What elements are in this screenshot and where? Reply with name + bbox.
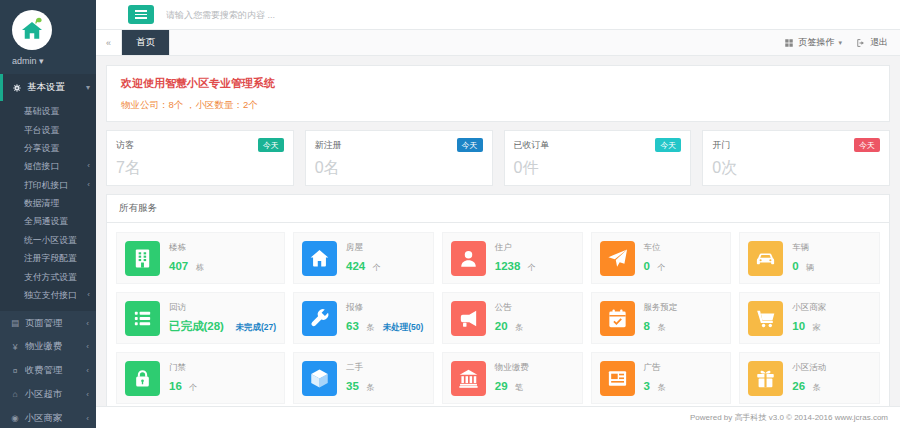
service-tile-unit: 个 bbox=[189, 383, 197, 392]
sidebar-item-label: 物业缴费 bbox=[25, 340, 62, 353]
service-tile[interactable]: 楼栋 407 栋 bbox=[116, 232, 285, 284]
chevron-left-icon: ‹ bbox=[86, 390, 89, 399]
stat-card-badge[interactable]: 今天 bbox=[854, 138, 880, 152]
stat-card-badge[interactable]: 今天 bbox=[258, 138, 284, 152]
service-tile-unit: 家 bbox=[813, 323, 821, 332]
service-tile[interactable]: 二手 35 条 bbox=[293, 352, 434, 404]
service-tile-label: 车位 bbox=[644, 242, 670, 254]
sidebar-section-basic-settings[interactable]: 基本设置 ▾ bbox=[0, 74, 96, 101]
service-tile[interactable]: 回访 已完成(28) 未完成(27) bbox=[116, 292, 285, 344]
sidebar-item-property-fee[interactable]: ¥ 物业缴费 ‹ bbox=[0, 335, 96, 359]
service-tile[interactable]: 门禁 16 个 bbox=[116, 352, 285, 404]
sidebar: admin ▾ 基本设置 ▾ 基础设置 平台设置 分享设置 短信接口 ‹ 打印机… bbox=[0, 0, 96, 428]
footer-text: Powered by 高手科技 v3.0 © 2014-2016 www.jcr… bbox=[690, 412, 888, 423]
chevron-left-icon: ‹ bbox=[87, 290, 90, 302]
chevron-left-icon: ‹ bbox=[87, 180, 90, 192]
service-tile[interactable]: 小区活动 26 条 bbox=[739, 352, 880, 404]
service-tile-label: 回访 bbox=[169, 302, 276, 314]
stat-card-value: 0次 bbox=[712, 158, 880, 179]
stat-card-badge[interactable]: 今天 bbox=[655, 138, 681, 152]
sidebar-submenu-item[interactable]: 支付方式设置 bbox=[0, 268, 96, 286]
service-tile-label: 报修 bbox=[346, 302, 423, 314]
service-tile-label: 小区活动 bbox=[792, 362, 826, 374]
service-tile-label: 二手 bbox=[346, 362, 378, 374]
service-tile-unit: 个 bbox=[373, 263, 381, 272]
search-input[interactable] bbox=[166, 10, 386, 20]
service-tile-unit: 条 bbox=[366, 383, 374, 392]
services-grid: 楼栋 407 栋 房屋 424 个 住户 1238 个 bbox=[107, 223, 889, 406]
service-tile[interactable]: 车辆 0 辆 bbox=[739, 232, 880, 284]
tab-action[interactable]: 退出 bbox=[856, 36, 892, 49]
wrench-icon bbox=[302, 301, 337, 336]
services-panel: 所有服务 楼栋 407 栋 房屋 424 个 住户 1238 bbox=[106, 194, 890, 406]
tab-action-label: 退出 bbox=[870, 36, 888, 49]
sidebar-item-fee-manage[interactable]: ¤ 收费管理 ‹ bbox=[0, 359, 96, 383]
service-tile[interactable]: 物业缴费 29 笔 bbox=[442, 352, 583, 404]
sidebar-submenu: 基础设置 平台设置 分享设置 短信接口 ‹ 打印机接口 ‹ 数据清理 全局通设置… bbox=[0, 101, 96, 311]
sidebar-submenu-item[interactable]: 独立支付接口 ‹ bbox=[0, 287, 96, 305]
stat-card: 新注册 今天 0名 bbox=[305, 130, 493, 186]
sidebar-submenu-item[interactable]: 基础设置 bbox=[0, 103, 96, 121]
sidebar-logo-block[interactable]: admin ▾ bbox=[0, 0, 96, 74]
tab-action[interactable]: 页签操作 ▾ bbox=[784, 36, 842, 49]
sidebar-submenu-item[interactable]: 全局通设置 bbox=[0, 213, 96, 231]
sidebar-submenu-item-label: 打印机接口 bbox=[24, 180, 68, 192]
market-icon: ⌂ bbox=[10, 389, 20, 399]
user-icon bbox=[451, 241, 486, 276]
service-tile-label: 楼栋 bbox=[169, 242, 208, 254]
service-tile-value: 0 bbox=[644, 260, 650, 272]
tabs-collapse-button[interactable]: « bbox=[96, 30, 122, 55]
service-tile-unit: 个 bbox=[657, 263, 665, 272]
stat-card-label: 已收订单 bbox=[514, 139, 550, 152]
avatar bbox=[12, 10, 52, 50]
service-tile-value: 已完成(28) bbox=[169, 320, 224, 332]
sidebar-submenu-item[interactable]: 短信接口 ‹ bbox=[0, 158, 96, 176]
sidebar-submenu-item[interactable]: 数据清理 bbox=[0, 195, 96, 213]
service-tile[interactable]: 广告 3 条 bbox=[591, 352, 732, 404]
menu-toggle-button[interactable] bbox=[128, 5, 154, 24]
signout-icon bbox=[856, 38, 866, 48]
sidebar-username[interactable]: admin ▾ bbox=[12, 56, 96, 66]
service-tile-value: 10 bbox=[792, 320, 805, 332]
stat-card-badge[interactable]: 今天 bbox=[457, 138, 483, 152]
service-tile-label: 公告 bbox=[495, 302, 527, 314]
service-tile[interactable]: 小区商家 10 家 bbox=[739, 292, 880, 344]
tab-action-label: 页签操作 bbox=[798, 36, 834, 49]
service-tile-unit: 栋 bbox=[196, 263, 204, 272]
chevron-down-icon: ▾ bbox=[838, 39, 842, 47]
tab[interactable]: 首页 bbox=[122, 30, 170, 55]
chevron-left-icon: ‹ bbox=[86, 366, 89, 375]
stat-card-value: 0名 bbox=[315, 158, 483, 179]
service-tile[interactable]: 住户 1238 个 bbox=[442, 232, 583, 284]
sidebar-item-market[interactable]: ⌂ 小区超市 ‹ bbox=[0, 382, 96, 406]
service-tile-unit: 条 bbox=[657, 383, 665, 392]
service-tile-value: 20 bbox=[495, 320, 508, 332]
sidebar-item-merchant[interactable]: ◉ 小区商家 ‹ bbox=[0, 406, 96, 428]
sidebar-submenu-item[interactable]: 注册字段配置 bbox=[0, 250, 96, 268]
service-tile-label: 门禁 bbox=[169, 362, 201, 374]
tab-actions: 页签操作 ▾ 退出 bbox=[784, 30, 900, 55]
service-tile-unit: 个 bbox=[528, 263, 536, 272]
sidebar-submenu-item-label: 支付方式设置 bbox=[24, 272, 77, 284]
sidebar-submenu-item[interactable]: 平台设置 bbox=[0, 121, 96, 139]
fee-manage-icon: ¤ bbox=[10, 366, 20, 376]
service-tile-value: 407 bbox=[169, 260, 188, 272]
service-tile[interactable]: 房屋 424 个 bbox=[293, 232, 434, 284]
service-tile[interactable]: 报修 63 条 未处理(50) bbox=[293, 292, 434, 344]
calendar-check-icon bbox=[600, 301, 635, 336]
service-tile[interactable]: 车位 0 个 bbox=[591, 232, 732, 284]
sidebar-submenu-item[interactable]: 统一小区设置 bbox=[0, 232, 96, 250]
service-tile-value: 63 bbox=[346, 320, 359, 332]
sidebar-submenu-item-label: 统一小区设置 bbox=[24, 235, 77, 247]
sidebar-item-pages[interactable]: ▤ 页面管理 ‹ bbox=[0, 311, 96, 335]
stat-card: 访客 今天 7名 bbox=[106, 130, 294, 186]
building-icon bbox=[125, 241, 160, 276]
service-tile[interactable]: 公告 20 条 bbox=[442, 292, 583, 344]
sidebar-submenu-item[interactable]: 分享设置 bbox=[0, 140, 96, 158]
stat-card-value: 7名 bbox=[116, 158, 284, 179]
service-tile[interactable]: 服务预定 8 条 bbox=[591, 292, 732, 344]
chevron-down-icon: ▾ bbox=[86, 83, 90, 92]
tabs-menu-icon bbox=[784, 38, 794, 48]
sidebar-submenu-item[interactable]: 打印机接口 ‹ bbox=[0, 177, 96, 195]
sidebar-submenu-item-label: 独立支付接口 bbox=[24, 290, 77, 302]
